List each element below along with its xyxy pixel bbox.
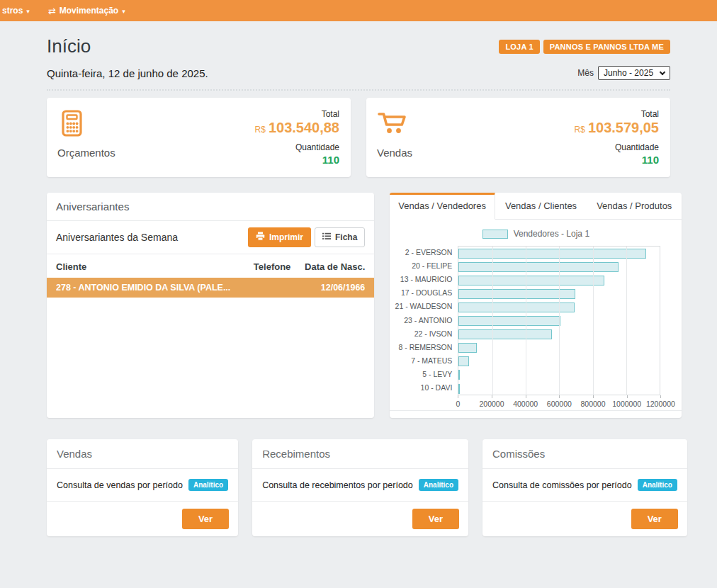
row-cliente: 278 - ANTONIO EMIDIO DA SILVA (PALE... [56,283,230,293]
report-card-title: Recebimentos [252,439,468,469]
chart-gridline [626,247,627,395]
chart-bar [458,356,469,366]
chart-bar [458,276,604,285]
middle-panels-row: Aniversariantes Aniversariantes da Seman… [47,193,670,418]
tab-vendas-vendedores[interactable]: Vendas / Vendedores [390,193,495,220]
tab-vendas-clientes[interactable]: Vendas / Clientes [495,193,587,219]
orcamentos-card-name: Orçamentos [57,147,115,159]
month-select-value: Junho - 2025 [604,68,653,78]
quantity-label: Quantidade [575,142,659,152]
chart-tick-mark [492,395,492,398]
chart-category-label: 21 - WALDESON [395,300,453,313]
sales-tabs-panel: Vendas / Vendedores Vendas / Clientes Ve… [390,193,682,418]
summary-cards-row: Orçamentos Total R$103.540,88 Quantidade… [47,98,670,177]
month-select[interactable]: Junho - 2025 [598,66,670,80]
column-telefone: Telefone [230,261,290,272]
chart-tick-label: 600000 [547,400,572,408]
chart-tick-label: 0 [456,400,460,408]
recebimentos-report-card: Recebimentos Consulta de recebimentos po… [252,439,468,536]
chart-category-label: 20 - FELIPE [412,259,452,273]
print-button-label: Imprimir [269,232,303,242]
chart-plot [458,246,660,395]
quantity-value: 110 [255,154,339,166]
month-picker: Mês Junho - 2025 [577,66,670,80]
orcamentos-card-totals: Total R$103.540,88 Quantidade 110 [255,109,339,167]
currency-symbol: R$ [575,125,585,135]
total-value-line: R$103.579,05 [575,120,659,136]
nav-item-cadastros[interactable]: stros ▾ [2,6,30,16]
print-button[interactable]: Imprimir [248,227,311,247]
cart-icon [377,128,410,140]
chart-tick-mark [458,395,458,398]
total-label: Total [255,109,339,119]
chart-bar [458,384,460,394]
vendas-card: Vendas Total R$103.579,05 Quantidade 110 [366,98,670,177]
chart-tick-mark [526,395,526,398]
birthdays-panel-title: Aniversariantes [47,193,374,221]
company-badge: PANNOS E PANNOS LTDA ME [543,40,670,54]
chart-tick-mark [660,395,661,398]
report-card-description: Consulta de recebimentos por período [262,480,413,490]
sales-tabbar: Vendas / Vendedores Vendas / Clientes Ve… [390,193,682,220]
total-value: 103.579,05 [588,120,659,135]
chevron-down-icon: ▾ [122,8,125,15]
chart-bar [458,262,619,272]
column-cliente: Cliente [56,261,230,272]
current-date: Quinta-feira, 12 de junho de 2025. [47,67,208,79]
orcamentos-card: Orçamentos Total R$103.540,88 Quantidade… [47,98,351,177]
nav-item-movimentacao[interactable]: ⇄ Movimentação ▾ [48,6,125,16]
ver-button[interactable]: Ver [182,509,229,529]
report-card-description: Consulta de comissões por período [492,480,632,490]
column-data-nasc: Data de Nasc. [290,261,365,272]
tab-vendas-produtos[interactable]: Vendas / Produtos [587,193,682,219]
month-label: Mês [577,68,594,78]
chart-gridline [492,247,493,395]
chevron-down-icon: ▾ [26,8,30,15]
chart-category-label: 10 - DAVI [421,381,453,395]
report-card-title: Comissões [482,439,687,469]
vendas-card-totals: Total R$103.579,05 Quantidade 110 [575,109,659,167]
total-label: Total [575,109,659,119]
chart-bar [458,329,552,339]
chart-xaxis: 020000040000060000080000010000001200000 [458,395,660,411]
birthdays-subheader: Aniversariantes da Semana Imprimir [47,221,374,254]
top-navbar: stros ▾ ⇄ Movimentação ▾ [0,0,717,21]
list-icon [322,232,331,242]
birthday-table-row[interactable]: 278 - ANTONIO EMIDIO DA SILVA (PALE... 1… [47,278,374,298]
chart-tick-label: 1000000 [612,400,641,408]
report-card-title: Vendas [47,439,238,469]
ficha-button[interactable]: Ficha [315,227,365,247]
store-badge: LOJA 1 [499,40,539,54]
quantity-value: 110 [575,154,659,166]
page-title: Início [47,35,91,57]
nav-item-label: Movimentação [60,6,118,16]
legend-swatch [482,230,508,239]
birthdays-actions: Imprimir Ficha [248,227,365,247]
swap-arrows-icon: ⇄ [48,6,56,16]
chart-category-label: 2 - EVERSON [405,246,453,259]
chart-bar [458,316,560,326]
chart-bar [458,303,575,312]
birthdays-table-header: Cliente Telefone Data de Nasc. [47,254,374,278]
chart-category-label: 23 - ANTONIO [404,314,452,327]
chart-bar [458,289,575,299]
report-card-description: Consulta de vendas por período [57,480,183,490]
total-value: 103.540,88 [269,120,339,135]
header-row: Início LOJA 1 PANNOS E PANNOS LTDA ME [47,35,670,57]
chart-category-label: 17 - DOUGLAS [401,286,452,300]
total-value-line: R$103.540,88 [255,120,339,136]
chart-tick-label: 400000 [513,400,538,408]
report-card-footer: Ver [252,502,468,536]
vendas-card-left: Vendas [377,109,412,167]
chart-gridline [526,247,526,395]
report-card-body: Consulta de vendas por período Analítico [47,469,238,502]
report-cards-row: Vendas Consulta de vendas por período An… [47,439,670,536]
chart-category-label: 22 - IVSON [414,327,453,341]
ver-button[interactable]: Ver [631,509,678,529]
chart-tick-mark [627,395,628,398]
ver-button[interactable]: Ver [412,509,459,529]
quantity-label: Quantidade [255,142,339,152]
chart-category-label: 13 - MAURICIO [400,273,453,286]
chart-category-label: 7 - MATEUS [411,354,452,368]
report-card-footer: Ver [47,502,238,536]
